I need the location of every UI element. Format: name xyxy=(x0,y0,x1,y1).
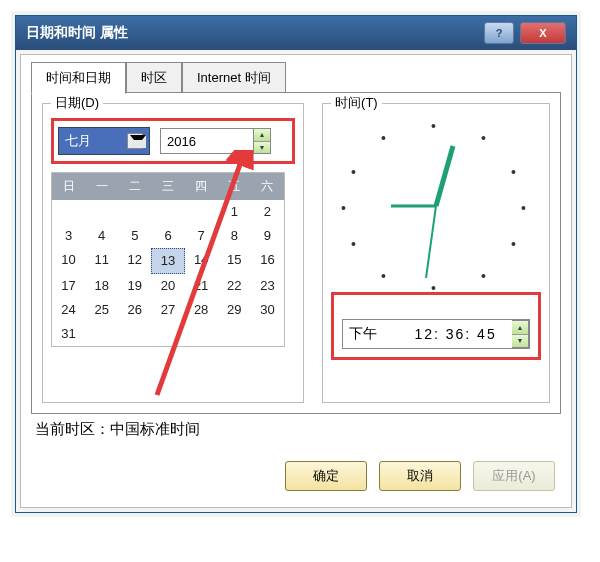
timezone-status: 当前时区：中国标准时间 xyxy=(31,414,561,449)
calendar-day-cell[interactable]: 10 xyxy=(52,248,85,272)
calendar-day-cell[interactable]: 31 xyxy=(52,322,85,346)
ampm-field[interactable]: 下午 xyxy=(343,320,399,348)
time-spin-buttons: ▲ ▼ xyxy=(512,320,529,348)
window-controls: ? X xyxy=(484,22,566,44)
calendar-day-cell[interactable]: 21 xyxy=(185,274,218,298)
calendar-day-cell[interactable]: 14 xyxy=(185,248,218,272)
weekday-cell: 三 xyxy=(151,173,184,200)
calendar-day-cell[interactable]: 27 xyxy=(151,298,184,322)
time-group: 时间(T) • • • • • • • • • • • • xyxy=(322,103,550,403)
ok-button[interactable]: 确定 xyxy=(285,461,367,491)
date-group: 日期(D) 七月 2016 ▲ ▼ xyxy=(42,103,304,403)
month-selected: 七月 xyxy=(65,132,91,150)
calendar-day-cell[interactable]: 6 xyxy=(151,224,184,248)
calendar-day-cell[interactable]: 13 xyxy=(151,248,184,274)
svg-line-3 xyxy=(426,206,436,278)
chevron-down-icon xyxy=(130,135,146,148)
weekday-cell: 五 xyxy=(218,173,251,200)
year-value[interactable]: 2016 xyxy=(160,128,254,154)
weekday-cell: 四 xyxy=(185,173,218,200)
calendar-body: 1234567891011121314151617181920212223242… xyxy=(52,200,284,346)
calendar-day-cell[interactable]: 30 xyxy=(251,298,284,322)
client-area: 时间和日期 时区 Internet 时间 日期(D) 七月 2016 xyxy=(20,54,572,508)
tab-panel-datetime: 日期(D) 七月 2016 ▲ ▼ xyxy=(31,92,561,414)
weekday-cell: 六 xyxy=(251,173,284,200)
calendar-day-cell xyxy=(118,200,151,224)
calendar-day-cell[interactable]: 25 xyxy=(85,298,118,322)
year-spin-buttons: ▲ ▼ xyxy=(254,128,271,154)
calendar-day-cell[interactable]: 12 xyxy=(118,248,151,272)
tab-internet-time[interactable]: Internet 时间 xyxy=(182,62,286,94)
clock-hands xyxy=(341,118,531,288)
calendar-day-cell[interactable]: 23 xyxy=(251,274,284,298)
calendar-day-cell[interactable]: 1 xyxy=(218,200,251,224)
calendar-day-cell[interactable]: 9 xyxy=(251,224,284,248)
year-up-button[interactable]: ▲ xyxy=(254,129,270,142)
calendar-day-cell xyxy=(218,322,251,346)
calendar-day-cell[interactable]: 3 xyxy=(52,224,85,248)
weekday-cell: 日 xyxy=(52,173,85,200)
highlight-time-input: 下午 12: 36: 45 ▲ ▼ xyxy=(331,292,541,360)
year-down-button[interactable]: ▼ xyxy=(254,142,270,154)
svg-line-2 xyxy=(436,146,453,206)
calendar-day-cell xyxy=(185,200,218,224)
calendar-day-cell[interactable]: 24 xyxy=(52,298,85,322)
calendar-day-cell[interactable]: 8 xyxy=(218,224,251,248)
calendar-day-cell[interactable]: 7 xyxy=(185,224,218,248)
calendar-day-cell[interactable]: 4 xyxy=(85,224,118,248)
calendar-day-cell xyxy=(151,200,184,224)
calendar-day-cell[interactable]: 29 xyxy=(218,298,251,322)
calendar-day-cell xyxy=(185,322,218,346)
datetime-properties-window: 日期和时间 属性 ? X 时间和日期 时区 Internet 时间 日期(D) … xyxy=(15,15,577,513)
calendar-day-cell[interactable]: 5 xyxy=(118,224,151,248)
time-input[interactable]: 下午 12: 36: 45 ▲ ▼ xyxy=(342,319,530,349)
help-button[interactable]: ? xyxy=(484,22,514,44)
calendar-day-cell[interactable]: 11 xyxy=(85,248,118,272)
year-spinner[interactable]: 2016 ▲ ▼ xyxy=(160,128,271,154)
apply-button: 应用(A) xyxy=(473,461,555,491)
calendar-day-cell[interactable]: 28 xyxy=(185,298,218,322)
analog-clock: • • • • • • • • • • • • xyxy=(341,118,531,288)
tz-value: 中国标准时间 xyxy=(110,420,200,437)
tab-timezone[interactable]: 时区 xyxy=(126,62,182,94)
month-dropdown[interactable]: 七月 xyxy=(58,127,150,155)
date-group-label: 日期(D) xyxy=(51,94,103,112)
highlight-month-year: 七月 2016 ▲ ▼ xyxy=(51,118,295,164)
tab-datetime[interactable]: 时间和日期 xyxy=(31,62,126,94)
calendar-day-cell[interactable]: 20 xyxy=(151,274,184,298)
calendar-day-cell xyxy=(85,200,118,224)
tab-strip: 时间和日期 时区 Internet 时间 xyxy=(31,61,561,93)
calendar-day-cell[interactable]: 26 xyxy=(118,298,151,322)
weekday-cell: 一 xyxy=(85,173,118,200)
time-down-button[interactable]: ▼ xyxy=(512,335,528,348)
calendar-day-cell xyxy=(251,322,284,346)
titlebar: 日期和时间 属性 ? X xyxy=(16,16,576,50)
calendar: 日一二三四五六 12345678910111213141516171819202… xyxy=(51,172,285,347)
tz-label: 当前时区： xyxy=(35,420,110,437)
calendar-day-cell xyxy=(85,322,118,346)
calendar-day-cell[interactable]: 17 xyxy=(52,274,85,298)
calendar-day-cell[interactable]: 2 xyxy=(251,200,284,224)
calendar-day-cell[interactable]: 22 xyxy=(218,274,251,298)
calendar-day-cell xyxy=(118,322,151,346)
calendar-day-cell[interactable]: 16 xyxy=(251,248,284,272)
calendar-day-cell[interactable]: 19 xyxy=(118,274,151,298)
calendar-day-cell[interactable]: 18 xyxy=(85,274,118,298)
cancel-button[interactable]: 取消 xyxy=(379,461,461,491)
time-group-label: 时间(T) xyxy=(331,94,382,112)
calendar-day-cell[interactable]: 15 xyxy=(218,248,251,272)
time-up-button[interactable]: ▲ xyxy=(512,321,528,335)
calendar-day-cell xyxy=(151,322,184,346)
close-button[interactable]: X xyxy=(520,22,566,44)
window-title: 日期和时间 属性 xyxy=(26,24,128,42)
dialog-footer: 确定 取消 应用(A) xyxy=(31,449,561,497)
calendar-day-cell xyxy=(52,200,85,224)
time-digits[interactable]: 12: 36: 45 xyxy=(399,320,512,348)
calendar-weekday-header: 日一二三四五六 xyxy=(52,173,284,200)
weekday-cell: 二 xyxy=(118,173,151,200)
